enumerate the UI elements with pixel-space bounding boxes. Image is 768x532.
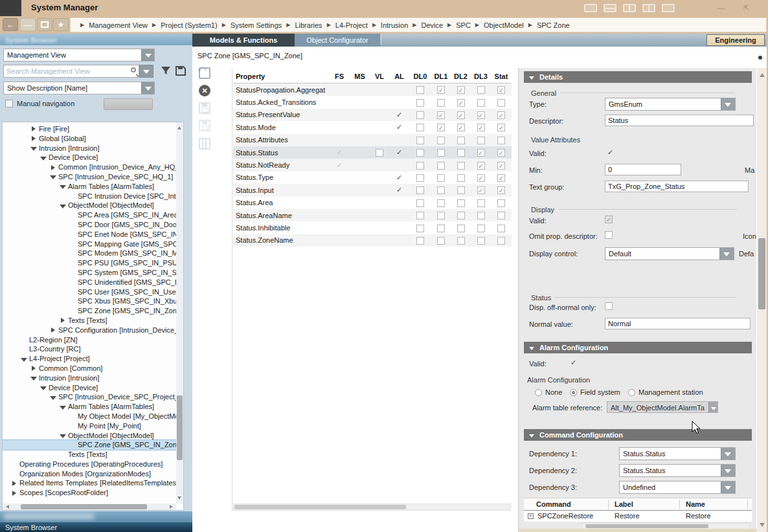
property-row[interactable]: Status.Mode✓✓✓✓✓ [233,121,512,133]
property-row[interactable]: Status.ZoneName [233,234,512,247]
chevron-down-icon[interactable] [721,465,735,476]
name-col-header[interactable]: Name [686,500,705,508]
search-options-button[interactable] [139,65,153,78]
unchecked-checkbox[interactable] [477,237,485,245]
scroll-right-icon[interactable] [170,505,175,509]
unchecked-checkbox[interactable] [437,212,445,219]
tree-item[interactable]: SPC User [GMS_SPC_IN_User] [3,287,176,297]
unchecked-checkbox[interactable] [416,86,424,94]
manual-navigation-checkbox[interactable] [5,100,13,107]
window-view-button[interactable] [37,18,52,31]
tree-item[interactable]: Related Items Templates [RelatedItemsTem… [3,478,176,488]
table-view-icon[interactable] [199,138,210,150]
checked-checkbox[interactable]: ✓ [497,149,505,157]
tree-expander-icon[interactable] [49,393,58,402]
forward-button[interactable]: — [20,18,36,31]
command-section-header[interactable]: Command Configuration [524,429,752,441]
grid-layout-icon[interactable] [642,4,655,12]
alarm-section-header[interactable]: Alarm Configuration [524,342,752,353]
descriptor-input[interactable]: Status [605,115,754,126]
unchecked-checkbox[interactable] [477,199,485,207]
property-row[interactable]: Status.Attributes [233,134,512,146]
list-layout-icon[interactable] [604,4,616,12]
unchecked-checkbox[interactable] [497,225,505,232]
unchecked-checkbox[interactable] [457,174,465,182]
unchecked-checkbox[interactable] [416,199,424,207]
refresh-layout-icon[interactable] [584,4,597,12]
chevron-down-icon[interactable] [721,98,735,110]
tree-item[interactable]: L2-Region [ZN] [3,335,176,345]
unchecked-checkbox[interactable] [376,149,383,157]
unchecked-checkbox[interactable] [416,174,424,182]
text-group-input[interactable]: TxG_Prop_Zone_Status [605,181,749,192]
checked-checkbox[interactable]: ✓ [497,86,505,94]
import-model-icon[interactable] [199,67,210,79]
unchecked-checkbox[interactable] [477,99,485,107]
checked-checkbox[interactable]: ✓ [437,124,445,131]
unchecked-checkbox[interactable] [497,212,505,219]
unchecked-checkbox[interactable] [497,199,505,207]
tab-object-configurator[interactable]: Object Configurator [295,34,380,47]
property-column-header[interactable]: MS [350,72,370,80]
breadcrumb-item[interactable]: SPC [456,21,471,29]
tree-item[interactable]: Scopes [ScopesRootFolder] [3,488,176,498]
save-icon[interactable] [199,102,210,114]
chevron-down-icon[interactable] [719,248,734,260]
chevron-down-icon[interactable] [141,49,154,61]
unchecked-checkbox[interactable] [416,111,424,119]
dependency2-combo[interactable]: Status.Status [619,464,736,477]
unchecked-checkbox[interactable] [477,137,485,144]
tree-vertical-scrollbar[interactable] [176,122,183,504]
unchecked-checkbox[interactable] [457,186,465,194]
checked-checkbox[interactable]: ✓ [497,124,505,131]
breadcrumb-item[interactable]: L4-Project [335,21,368,29]
display-valid-checkbox[interactable]: ✓ [605,216,613,223]
unchecked-checkbox[interactable] [416,137,424,144]
expand-plus-icon[interactable]: + [528,513,534,519]
disp-offnormal-checkbox[interactable] [605,302,613,310]
chevron-down-icon[interactable] [721,448,735,460]
tree-item[interactable]: My Object Model [My_ObjectModel] [3,412,176,421]
tree-expander-icon[interactable] [10,489,19,498]
tree-expander-icon[interactable] [30,364,39,373]
sidebar-footer-tab[interactable]: System Browser [0,522,192,532]
checked-checkbox[interactable]: ✓ [477,174,485,182]
window-restore-icon[interactable]: ⇱ [743,4,749,12]
checked-checkbox[interactable]: ✓ [477,186,485,194]
checked-checkbox[interactable]: ✓ [457,86,465,94]
tree-item[interactable]: Common [Common] [3,364,176,373]
radio-field-system[interactable]: Field system [570,388,620,396]
unchecked-checkbox[interactable] [437,149,445,157]
recent-items-bar[interactable] [0,511,192,522]
tree-item[interactable]: SPC Door [GMS_SPC_IN_Door] [3,220,176,230]
checked-checkbox[interactable]: ✓ [497,162,505,170]
breadcrumb-item[interactable]: System Settings [231,21,282,29]
checked-checkbox[interactable]: ✓ [457,99,465,107]
chevron-down-icon[interactable] [708,402,717,412]
tree-expander-icon[interactable] [10,479,19,488]
tree-expander-icon[interactable] [59,403,68,412]
tree-item[interactable]: SPC [Intrusion_Device_SPC_HQ_1] [3,172,176,182]
breadcrumb-item[interactable]: Libraries [295,21,322,29]
dependency1-combo[interactable]: Status.Status [619,447,736,460]
checked-checkbox[interactable]: ✓ [457,111,465,119]
breadcrumb-item[interactable]: SPC Zone [537,21,570,29]
pin-icon[interactable] [758,56,762,60]
unchecked-checkbox[interactable] [437,162,445,170]
unchecked-checkbox[interactable] [457,225,465,232]
tree-expander-icon[interactable] [30,134,39,143]
tree-hscrollbar-thumb[interactable] [21,504,147,509]
description-selector-combo[interactable]: Show Description [Name] [3,82,155,94]
chevron-down-icon[interactable] [141,82,154,94]
tree-expander-icon[interactable] [30,124,39,133]
unchecked-checkbox[interactable] [437,237,445,245]
property-column-header[interactable]: AL [389,72,409,80]
tree-expander-icon[interactable] [59,182,68,191]
breadcrumb-item[interactable]: Intrusion [381,21,408,29]
tree-item[interactable]: Intrusion [Intrusion] [3,373,176,383]
tree-item[interactable]: SPC Xbus [GMS_SPC_IN_Xbus] [3,296,176,306]
engineering-mode-button[interactable]: Engineering [706,34,765,46]
checked-checkbox[interactable]: ✓ [497,174,505,182]
table-horizontal-scrollbar[interactable] [233,504,511,511]
details-section-header[interactable]: Details [524,71,752,83]
